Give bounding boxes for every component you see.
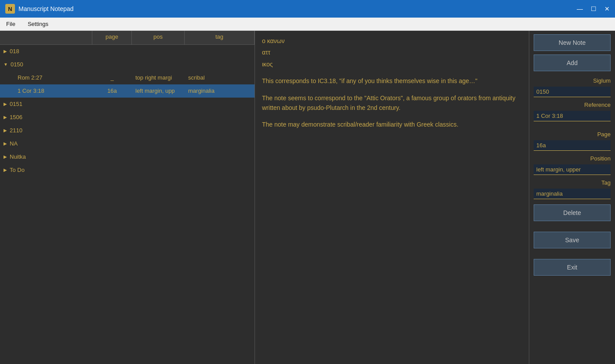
tree-row-tag (185, 50, 255, 53)
tree-row-page (92, 142, 132, 146)
tree-row[interactable]: ▼0150 (0, 58, 255, 71)
expand-arrow-icon[interactable]: ▶ (4, 141, 7, 146)
tree-row-name: 1 Cor 3:18 (18, 87, 44, 94)
text-paragraph: The note may demonstrate scribal/reader … (262, 120, 522, 129)
tree-row-name: 1506 (10, 114, 22, 120)
tree-row[interactable]: ▶NA (0, 137, 255, 150)
title-text: Manuscript Notepad (18, 5, 73, 12)
tree-row-pos (132, 168, 185, 172)
tree-row-tag (185, 168, 255, 172)
tag-label: Tag (534, 179, 611, 186)
tree-row-page (92, 50, 132, 53)
collapse-arrow-icon[interactable]: ▼ (4, 62, 8, 67)
tree-row-tag: marginalia (185, 86, 255, 96)
new-note-button[interactable]: New Note (534, 34, 611, 51)
close-button[interactable]: ✕ (604, 5, 610, 12)
tree-row-name: 2110 (10, 127, 22, 134)
menu-bar: File Settings (0, 18, 615, 31)
tree-row-name: 0151 (10, 101, 22, 107)
title-bar: N Manuscript Notepad — ☐ ✕ (0, 0, 615, 18)
menu-file[interactable]: File (4, 20, 18, 28)
tree-row-name: 0150 (11, 61, 23, 68)
maximize-button[interactable]: ☐ (591, 5, 597, 12)
tree-row-tag (185, 63, 255, 66)
delete-button[interactable]: Delete (534, 204, 611, 221)
text-paragraph: This corresponds to IC3.18, "if any of y… (262, 76, 522, 86)
text-greek-line: αττ (262, 47, 522, 57)
minimize-button[interactable]: — (577, 5, 583, 12)
position-input[interactable] (534, 164, 611, 175)
tree-row[interactable]: ▶To Do (0, 164, 255, 177)
right-panel: New Note Add Siglum Reference Page Posit… (529, 31, 615, 364)
left-panel: page pos tag ▶018▼0150Rom 2:27_top right… (0, 31, 255, 364)
tree-row-pos (132, 50, 185, 53)
tree-row-page (92, 63, 132, 66)
text-greek-line: ικος (262, 59, 522, 69)
tree-row[interactable]: ▶Nuitka (0, 150, 255, 164)
tree-row-pos (132, 142, 185, 146)
tree-row-tag (185, 102, 255, 106)
tree-row-page (92, 116, 132, 119)
tree-row-pos (132, 102, 185, 106)
tree-row-tag: scribal (185, 73, 255, 83)
tree-row-name: Nuitka (10, 153, 26, 160)
main-content: page pos tag ▶018▼0150Rom 2:27_top right… (0, 31, 615, 364)
siglum-label: Siglum (534, 77, 611, 84)
expand-arrow-icon[interactable]: ▶ (4, 154, 7, 159)
col-header-name (0, 31, 92, 44)
tree-row[interactable]: ▶2110 (0, 124, 255, 137)
window-controls: — ☐ ✕ (577, 5, 610, 12)
tree-row-pos: top right margi (132, 73, 185, 83)
col-header-page: page (92, 31, 132, 44)
tree-row-tag (185, 142, 255, 146)
tree-row[interactable]: ▶1506 (0, 111, 255, 124)
save-button[interactable]: Save (534, 232, 611, 248)
tree-row-page (92, 155, 132, 159)
text-content[interactable]: ο κανωναττικοςThis corresponds to IC3.18… (255, 31, 529, 364)
tree-row-page (92, 102, 132, 106)
menu-settings[interactable]: Settings (25, 20, 51, 28)
text-paragraph: The note seems to correspond to the "Att… (262, 93, 522, 113)
tree-row-page: _ (92, 73, 132, 83)
expand-arrow-icon[interactable]: ▶ (4, 128, 7, 133)
reference-label: Reference (534, 102, 611, 108)
position-label: Position (534, 155, 611, 162)
tree-row-pos (132, 129, 185, 132)
tree-row-tag (185, 129, 255, 132)
col-header-pos: pos (132, 31, 185, 44)
tree-row-pos (132, 116, 185, 119)
title-bar-left: N Manuscript Notepad (5, 4, 73, 14)
expand-arrow-icon[interactable]: ▶ (4, 102, 7, 106)
tree-row-name: NA (10, 140, 18, 147)
app-icon: N (5, 4, 15, 14)
tree-header: page pos tag (0, 31, 255, 45)
tree-row-page: 16a (92, 86, 132, 96)
page-input[interactable] (534, 140, 611, 151)
tree-row-page (92, 129, 132, 132)
expand-arrow-icon[interactable]: ▶ (4, 49, 7, 54)
tree-row-name: To Do (10, 167, 25, 173)
tree-row-pos (132, 155, 185, 159)
text-greek-line: ο κανων (262, 36, 522, 46)
tree-row-tag (185, 116, 255, 119)
tree-row-pos: left margin, upp (132, 86, 185, 96)
tree-row[interactable]: 1 Cor 3:1816aleft margin, uppmarginalia (0, 84, 255, 98)
tree-row-name: 018 (10, 48, 19, 55)
tree-row-page (92, 168, 132, 172)
reference-input[interactable] (534, 111, 611, 121)
col-header-tag: tag (185, 31, 255, 44)
expand-arrow-icon[interactable]: ▶ (4, 167, 7, 172)
tree-row[interactable]: Rom 2:27_top right margiscribal (0, 71, 255, 84)
siglum-input[interactable] (534, 87, 611, 97)
tree-row-pos (132, 63, 185, 66)
expand-arrow-icon[interactable]: ▶ (4, 115, 7, 120)
add-button[interactable]: Add (534, 55, 611, 71)
middle-panel: ο κανωναττικοςThis corresponds to IC3.18… (255, 31, 529, 364)
page-label: Page (534, 131, 611, 138)
tree-row[interactable]: ▶018 (0, 45, 255, 58)
tree-row-tag (185, 155, 255, 159)
exit-button[interactable]: Exit (534, 259, 611, 276)
tree-row[interactable]: ▶0151 (0, 98, 255, 111)
tag-input[interactable] (534, 189, 611, 199)
tree-content[interactable]: ▶018▼0150Rom 2:27_top right margiscribal… (0, 45, 255, 364)
